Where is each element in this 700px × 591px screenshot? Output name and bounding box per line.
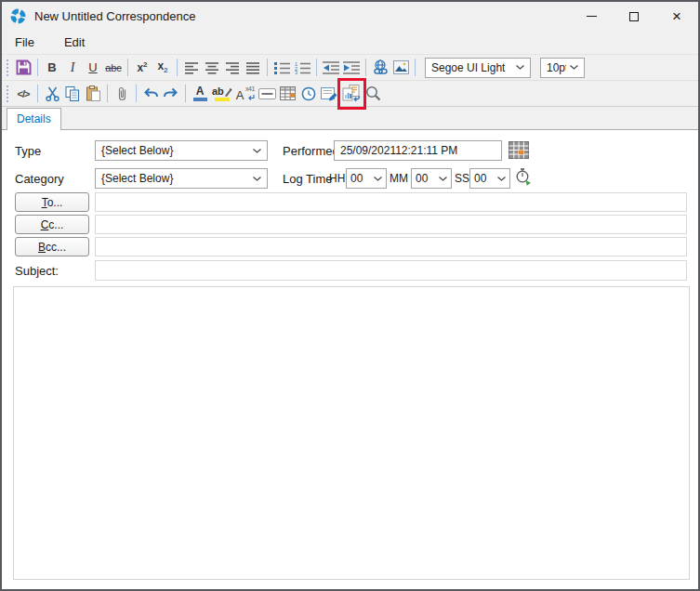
minutes-value: 00 — [416, 172, 435, 185]
tab-strip: Details — [2, 106, 698, 130]
maximize-button[interactable] — [613, 2, 655, 31]
undo-button[interactable] — [140, 83, 161, 105]
type-label: Type — [15, 144, 41, 158]
toolbar-separator — [127, 59, 128, 76]
underline-button[interactable]: U — [83, 57, 103, 79]
minutes-label: MM — [390, 172, 408, 185]
tab-details[interactable]: Details — [7, 108, 61, 130]
bold-button[interactable]: B — [42, 57, 62, 79]
menu-edit[interactable]: Edit — [55, 33, 94, 52]
copy-button[interactable] — [62, 83, 83, 105]
cc-input[interactable] — [95, 215, 687, 234]
toolbar-separator — [267, 59, 268, 76]
calendar-picker-button[interactable] — [508, 141, 529, 159]
attachment-icon — [117, 85, 127, 101]
bullet-list-icon — [274, 61, 290, 74]
edit-form-icon — [321, 86, 338, 101]
close-icon: × — [672, 8, 681, 24]
close-button[interactable]: × — [655, 2, 698, 31]
bold-icon: B — [47, 60, 56, 74]
font-family-select[interactable]: Segoe UI Light — [425, 58, 531, 78]
insert-symbol-icon: A x41 — [236, 85, 255, 102]
toolbar-separator — [177, 59, 178, 76]
bcc-button[interactable]: Bcc... — [15, 237, 89, 256]
type-select[interactable]: {Select Below} — [95, 140, 268, 161]
category-select[interactable]: {Select Below} — [95, 168, 268, 189]
toolbar-separator — [415, 59, 416, 76]
to-input[interactable] — [95, 192, 687, 212]
subject-label: Subject: — [15, 264, 59, 278]
bcc-input[interactable] — [95, 237, 687, 256]
subscript-icon: x2 — [157, 59, 167, 74]
insert-image-button[interactable] — [390, 57, 411, 79]
message-body-editor[interactable] — [13, 286, 690, 580]
log-timer-button[interactable] — [516, 168, 532, 186]
mail-merge-button[interactable] — [340, 83, 363, 105]
category-label: Category — [15, 172, 64, 186]
chevron-down-icon — [516, 65, 524, 70]
superscript-button[interactable]: x2 — [132, 57, 152, 79]
subscript-button[interactable]: x2 — [152, 57, 173, 79]
performed-on-input[interactable]: 25/09/202112:21:11 PM — [334, 140, 502, 161]
seconds-select[interactable]: 00 — [469, 168, 510, 189]
align-left-button[interactable] — [181, 57, 202, 79]
edit-form-button[interactable] — [319, 83, 340, 105]
mail-merge-icon — [342, 85, 362, 102]
editing-toolbar: </> — [2, 80, 698, 106]
decrease-indent-button[interactable] — [321, 57, 341, 79]
justify-icon — [246, 61, 260, 74]
seconds-label: SS — [455, 172, 469, 185]
align-right-button[interactable] — [222, 57, 243, 79]
hours-label: HH — [329, 172, 345, 185]
numbered-list-icon: 1 2 3 — [295, 61, 310, 74]
toolbar-separator — [37, 85, 38, 102]
chevron-down-icon — [570, 65, 578, 70]
window-controls: × — [570, 2, 698, 31]
paste-button[interactable] — [83, 83, 103, 105]
italic-icon: I — [71, 60, 75, 75]
horizontal-rule-icon — [258, 88, 276, 99]
window-title: New Untitled Correspondence — [34, 9, 195, 23]
align-center-button[interactable] — [202, 57, 222, 79]
to-button[interactable]: To... — [15, 192, 89, 212]
subject-input[interactable] — [95, 260, 687, 281]
html-view-button[interactable]: </> — [13, 83, 33, 105]
increase-indent-button[interactable] — [341, 57, 362, 79]
insert-symbol-button[interactable]: A x41 — [234, 83, 257, 105]
horizontal-rule-button[interactable] — [257, 83, 278, 105]
redo-button[interactable] — [161, 83, 181, 105]
toolbar-separator — [107, 85, 108, 102]
strikethrough-icon: abc — [105, 62, 122, 73]
cc-button[interactable]: Cc... — [15, 215, 89, 234]
font-color-button[interactable]: A — [190, 83, 210, 105]
hours-select[interactable]: 00 — [346, 168, 387, 189]
italic-button[interactable]: I — [62, 57, 83, 79]
save-button[interactable] — [13, 57, 33, 79]
font-family-value: Segoe UI Light — [431, 61, 512, 74]
text-highlight-button[interactable]: ab — [210, 83, 234, 105]
insert-table-button[interactable] — [278, 83, 298, 105]
justify-button[interactable] — [243, 57, 263, 79]
numbered-list-button[interactable]: 1 2 3 — [292, 57, 312, 79]
menu-file[interactable]: File — [6, 33, 44, 52]
strikethrough-button[interactable]: abc — [103, 57, 124, 79]
preview-zoom-button[interactable] — [363, 83, 384, 105]
calendar-icon — [508, 141, 529, 159]
minimize-button[interactable] — [570, 2, 613, 31]
redo-icon — [163, 87, 179, 100]
cut-button[interactable] — [42, 83, 62, 105]
insert-time-button[interactable] — [298, 83, 319, 105]
font-size-value: 10pt — [547, 61, 566, 74]
chevron-down-icon — [253, 149, 261, 153]
font-color-icon: A — [193, 85, 207, 101]
clock-icon — [301, 86, 316, 101]
hyperlink-button[interactable] — [370, 57, 390, 79]
html-view-icon: </> — [18, 88, 30, 99]
align-center-icon — [205, 61, 219, 74]
bullet-list-button[interactable] — [271, 57, 292, 79]
font-size-select[interactable]: 10pt — [540, 58, 585, 78]
attach-file-button[interactable] — [112, 83, 132, 105]
toolbar-separator — [365, 59, 366, 76]
minutes-select[interactable]: 00 — [411, 168, 452, 189]
insert-table-icon — [280, 86, 296, 100]
